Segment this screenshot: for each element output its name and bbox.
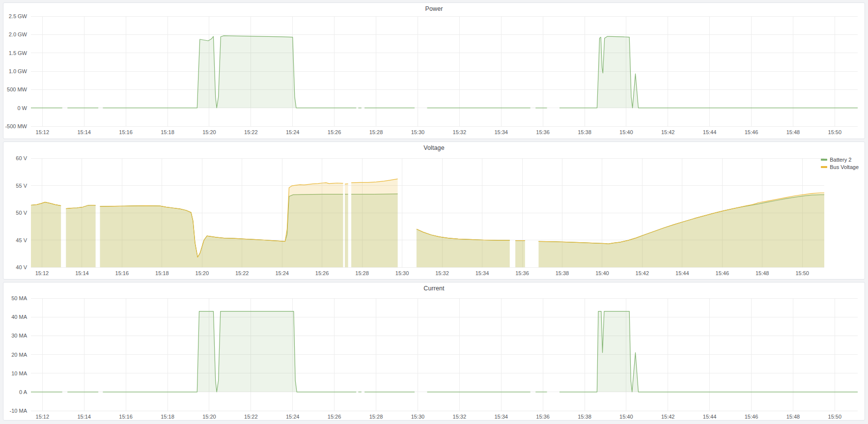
x-tick-label: 15:12 — [36, 129, 50, 135]
x-tick-label: 15:20 — [202, 129, 216, 135]
series-swatch-battery-2 — [821, 159, 827, 161]
x-tick-label: 15:36 — [536, 129, 550, 135]
y-tick-label: 0 A — [19, 389, 28, 395]
y-tick-label: 40 V — [16, 264, 27, 270]
current-area — [560, 311, 858, 392]
x-tick-label: 15:32 — [453, 414, 467, 420]
bus-voltage-area — [515, 241, 525, 267]
legend-label-battery-2: Battery 2 — [830, 157, 851, 163]
x-tick-label: 15:24 — [286, 414, 300, 420]
x-tick-label: 15:34 — [494, 414, 508, 420]
legend-label-bus-voltage: Bus Voltage — [830, 164, 859, 170]
panel-title-power[interactable]: Power — [3, 5, 865, 12]
x-tick-label: 15:46 — [716, 270, 729, 276]
x-tick-label: 15:44 — [703, 414, 717, 420]
y-tick-label: 0 W — [17, 105, 27, 111]
y-tick-label: -10 MA — [10, 408, 28, 414]
y-tick-label: 1.5 GW — [9, 50, 28, 56]
x-tick-label: 15:38 — [578, 414, 591, 420]
x-tick-label: 15:26 — [315, 270, 329, 276]
x-tick-label: 15:50 — [795, 270, 809, 276]
x-tick-label: 15:40 — [619, 129, 633, 135]
y-tick-label: 1.0 GW — [9, 68, 28, 74]
y-tick-label: 50 MA — [11, 295, 27, 301]
current-chart[interactable]: 15:1215:1415:1615:1815:2015:2215:2415:26… — [3, 283, 865, 420]
x-tick-label: 15:42 — [636, 270, 649, 276]
x-tick-label: 15:24 — [286, 129, 300, 135]
x-tick-label: 15:28 — [355, 270, 369, 276]
y-tick-label: -500 MW — [5, 123, 27, 129]
x-tick-label: 15:32 — [435, 270, 449, 276]
x-tick-label: 15:42 — [661, 414, 675, 420]
x-tick-label: 15:46 — [745, 414, 758, 420]
x-tick-label: 15:22 — [235, 270, 249, 276]
x-tick-label: 15:40 — [619, 414, 633, 420]
dashboard: Power 15:1215:1415:1615:1815:2015:2215:2… — [3, 2, 865, 421]
bus-voltage-line — [345, 184, 348, 184]
bus-voltage-area — [31, 202, 61, 267]
x-tick-label: 15:48 — [786, 414, 800, 420]
panel-title-voltage[interactable]: Voltage — [3, 144, 865, 151]
x-tick-label: 15:20 — [196, 270, 209, 276]
x-tick-label: 15:50 — [828, 414, 842, 420]
power-chart[interactable]: 15:1215:1415:1615:1815:2015:2215:2415:26… — [3, 3, 865, 139]
x-tick-label: 15:34 — [494, 129, 508, 135]
series-swatch-bus-voltage — [821, 166, 827, 168]
x-tick-label: 15:26 — [328, 414, 341, 420]
current-area — [103, 311, 356, 392]
y-tick-label: 45 V — [16, 237, 27, 243]
power-area — [103, 36, 356, 108]
x-tick-label: 15:24 — [275, 270, 289, 276]
bus-voltage-area — [538, 193, 824, 268]
x-tick-label: 15:22 — [244, 129, 258, 135]
x-tick-label: 15:30 — [395, 270, 409, 276]
x-tick-label: 15:14 — [75, 270, 89, 276]
legend-item-battery-2[interactable]: Battery 2 — [821, 157, 859, 163]
x-tick-label: 15:20 — [202, 414, 216, 420]
x-tick-label: 15:18 — [161, 129, 174, 135]
x-tick-label: 15:34 — [476, 270, 489, 276]
x-tick-label: 15:40 — [595, 270, 609, 276]
bus-voltage-area — [351, 179, 398, 267]
y-tick-label: 10 MA — [11, 370, 27, 376]
x-tick-label: 15:28 — [369, 129, 383, 135]
x-tick-label: 15:28 — [369, 414, 383, 420]
y-tick-label: 2.5 GW — [9, 13, 28, 19]
power-panel: Power 15:1215:1415:1615:1815:2015:2215:2… — [3, 2, 865, 139]
y-tick-label: 55 V — [16, 183, 27, 189]
panel-title-current[interactable]: Current — [3, 285, 865, 292]
x-tick-label: 15:44 — [675, 270, 689, 276]
x-tick-label: 15:36 — [515, 270, 529, 276]
x-tick-label: 15:18 — [161, 414, 174, 420]
bus-voltage-area — [66, 205, 95, 268]
legend: Battery 2 Bus Voltage — [821, 157, 859, 170]
y-tick-label: 50 V — [16, 210, 27, 216]
x-tick-label: 15:44 — [703, 129, 717, 135]
x-tick-label: 15:14 — [77, 129, 91, 135]
voltage-chart[interactable]: 15:1215:1415:1615:1815:2015:2215:2415:26… — [3, 142, 865, 279]
y-tick-label: 40 MA — [11, 314, 27, 320]
x-tick-label: 15:42 — [661, 129, 675, 135]
bus-voltage-area — [345, 184, 348, 267]
x-tick-label: 15:16 — [119, 414, 133, 420]
x-tick-label: 15:16 — [119, 129, 133, 135]
x-tick-label: 15:38 — [578, 129, 591, 135]
legend-item-bus-voltage[interactable]: Bus Voltage — [821, 164, 859, 170]
y-tick-label: 2.0 GW — [9, 31, 28, 37]
x-tick-label: 15:26 — [328, 129, 341, 135]
current-panel: Current 15:1215:1415:1615:1815:2015:2215… — [3, 282, 865, 421]
x-tick-label: 15:36 — [536, 414, 550, 420]
y-tick-label: 20 MA — [11, 352, 27, 358]
x-tick-label: 15:30 — [411, 129, 425, 135]
x-tick-label: 15:30 — [411, 414, 425, 420]
x-tick-label: 15:46 — [745, 129, 758, 135]
x-tick-label: 15:38 — [556, 270, 569, 276]
x-tick-label: 15:32 — [453, 129, 467, 135]
y-tick-label: 500 MW — [7, 86, 28, 92]
x-tick-label: 15:12 — [36, 414, 50, 420]
x-tick-label: 15:50 — [828, 129, 842, 135]
bus-voltage-area — [100, 183, 343, 267]
voltage-panel: Voltage 15:1215:1415:1615:1815:2015:2215… — [3, 141, 865, 280]
x-tick-label: 15:48 — [786, 129, 800, 135]
x-tick-label: 15:14 — [77, 414, 91, 420]
